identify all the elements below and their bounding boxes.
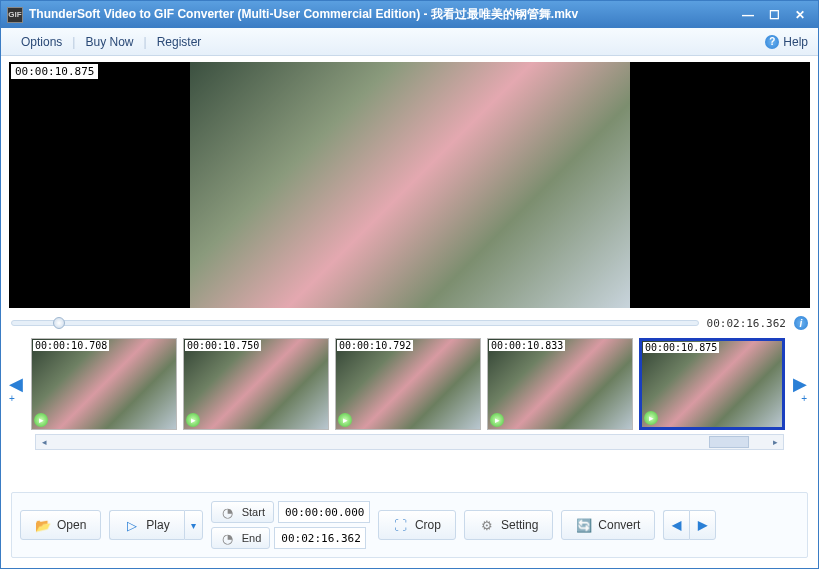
thumbnails-container: 00:00:10.708▸00:00:10.750▸00:00:10.792▸0…: [31, 338, 785, 430]
menu-options[interactable]: Options: [11, 35, 72, 49]
end-time-input[interactable]: 00:02:16.362: [274, 527, 366, 549]
clock-badge-icon: ▸: [644, 411, 658, 425]
clock-badge-icon: ▸: [34, 413, 48, 427]
seek-slider[interactable]: [11, 320, 699, 326]
duration-label: 00:02:16.362: [707, 317, 786, 330]
info-icon[interactable]: i: [794, 316, 808, 330]
menu-buy-now[interactable]: Buy Now: [75, 35, 143, 49]
video-preview[interactable]: 00:00:10.875: [9, 62, 810, 308]
maximize-button[interactable]: ☐: [762, 6, 786, 24]
thumbnail[interactable]: 00:00:10.833▸: [487, 338, 633, 430]
thumbnail-timestamp: 00:00:10.708: [33, 340, 109, 351]
start-button[interactable]: ◔ Start: [211, 501, 274, 523]
play-icon: ▷: [124, 517, 140, 533]
gear-icon: ⚙: [479, 517, 495, 533]
clock-badge-icon: ▸: [338, 413, 352, 427]
plus-icon: +: [801, 393, 807, 404]
clock-badge-icon: ▸: [490, 413, 504, 427]
play-label: Play: [146, 518, 169, 532]
end-label: End: [242, 532, 262, 544]
frame-nav-group: ◀ ▶: [663, 510, 716, 540]
end-time-row: ◔ End 00:02:16.362: [211, 527, 370, 549]
titlebar: GIF ThunderSoft Video to GIF Converter (…: [1, 1, 818, 28]
thumbnail-timestamp: 00:00:10.792: [337, 340, 413, 351]
menu-help[interactable]: ? Help: [765, 35, 808, 49]
start-time-input[interactable]: 00:00:00.000: [278, 501, 370, 523]
convert-label: Convert: [598, 518, 640, 532]
open-label: Open: [57, 518, 86, 532]
scroll-right-button[interactable]: ▸: [767, 435, 783, 449]
chevron-left-icon: ◀: [9, 373, 23, 395]
play-dropdown-button[interactable]: ▾: [184, 510, 203, 540]
scroll-left-button[interactable]: ◂: [36, 435, 52, 449]
app-window: GIF ThunderSoft Video to GIF Converter (…: [0, 0, 819, 569]
start-label: Start: [242, 506, 265, 518]
play-button-group: ▷ Play ▾: [109, 510, 202, 540]
open-button[interactable]: 📂 Open: [20, 510, 101, 540]
window-controls: — ☐ ✕: [736, 6, 812, 24]
folder-icon: 📂: [35, 517, 51, 533]
app-icon: GIF: [7, 7, 23, 23]
thumbnail[interactable]: 00:00:10.875▸: [639, 338, 785, 430]
toolbar-inner: 📂 Open ▷ Play ▾ ◔ Start 00:00:00.000: [11, 492, 808, 558]
prev-frame-button[interactable]: ◀: [663, 510, 689, 540]
thumbnails-row: ◀ + 00:00:10.708▸00:00:10.750▸00:00:10.7…: [7, 338, 812, 430]
preview-frame: [190, 62, 630, 308]
time-range-controls: ◔ Start 00:00:00.000 ◔ End 00:02:16.362: [211, 501, 370, 549]
window-title: ThunderSoft Video to GIF Converter (Mult…: [29, 6, 736, 23]
thumbnail[interactable]: 00:00:10.792▸: [335, 338, 481, 430]
thumbs-scrollbar[interactable]: ◂ ▸: [35, 434, 784, 450]
clock-icon: ◔: [220, 530, 236, 546]
thumbnail[interactable]: 00:00:10.708▸: [31, 338, 177, 430]
convert-icon: 🔄: [576, 517, 592, 533]
minimize-button[interactable]: —: [736, 6, 760, 24]
seek-row: 00:02:16.362 i: [1, 312, 818, 334]
crop-button[interactable]: ⛶ Crop: [378, 510, 456, 540]
convert-button[interactable]: 🔄 Convert: [561, 510, 655, 540]
crop-icon: ⛶: [393, 517, 409, 533]
seek-thumb[interactable]: [53, 317, 65, 329]
thumbnail-timestamp: 00:00:10.750: [185, 340, 261, 351]
thumbs-next-button[interactable]: ▶ +: [791, 344, 809, 424]
menubar: Options | Buy Now | Register ? Help: [1, 28, 818, 56]
plus-icon: +: [9, 393, 15, 404]
toolbar: 📂 Open ▷ Play ▾ ◔ Start 00:00:00.000: [1, 482, 818, 568]
chevron-left-icon: ◀: [672, 518, 681, 532]
scrollbar-thumb[interactable]: [709, 436, 749, 448]
next-frame-button[interactable]: ▶: [689, 510, 716, 540]
thumbnail[interactable]: 00:00:10.750▸: [183, 338, 329, 430]
clock-icon: ◔: [220, 504, 236, 520]
thumbnail-timestamp: 00:00:10.833: [489, 340, 565, 351]
end-button[interactable]: ◔ End: [211, 527, 271, 549]
menu-register[interactable]: Register: [147, 35, 212, 49]
thumbs-prev-button[interactable]: ◀ +: [7, 344, 25, 424]
thumbnails-region: ◀ + 00:00:10.708▸00:00:10.750▸00:00:10.7…: [1, 334, 818, 454]
setting-button[interactable]: ⚙ Setting: [464, 510, 553, 540]
help-label: Help: [783, 35, 808, 49]
thumbnail-timestamp: 00:00:10.875: [643, 342, 719, 353]
setting-label: Setting: [501, 518, 538, 532]
help-icon: ?: [765, 35, 779, 49]
clock-badge-icon: ▸: [186, 413, 200, 427]
play-button[interactable]: ▷ Play: [109, 510, 183, 540]
close-button[interactable]: ✕: [788, 6, 812, 24]
preview-timestamp: 00:00:10.875: [11, 64, 98, 79]
chevron-right-icon: ▶: [698, 518, 707, 532]
chevron-right-icon: ▶: [793, 373, 807, 395]
crop-label: Crop: [415, 518, 441, 532]
start-time-row: ◔ Start 00:00:00.000: [211, 501, 370, 523]
